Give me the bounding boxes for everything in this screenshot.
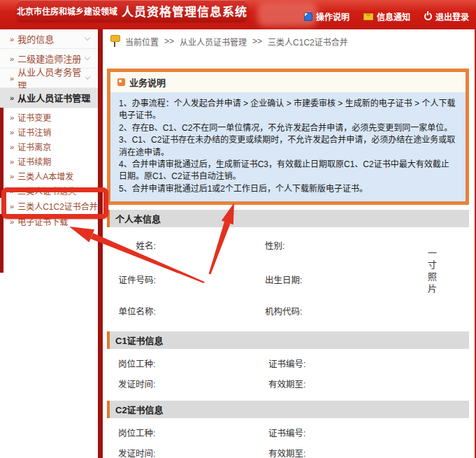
power-icon <box>424 13 432 20</box>
main-layout: » 我的信息 » 二级建造师注册 » 从业人员考务管理 » 从业人员证书管理 »… <box>0 29 476 458</box>
breadcrumb-level2-current: 三类人C1C2证书合并 <box>268 36 348 48</box>
guillemet-icon: » <box>10 217 14 226</box>
business-notice-title: 业务说明 <box>129 76 166 89</box>
app-title: 人员资格管理信息系统 <box>122 2 247 20</box>
personal-info-section-bar: 个人本信息 <box>107 210 469 227</box>
form-row: 岗位工种: 证书编号: <box>103 422 475 443</box>
guillemet-icon: » <box>10 202 14 210</box>
notice-line: 3、C1、C2证书存在未办结的变更或续期时，不允许发起合并申请，必须办结在途业务… <box>119 134 457 159</box>
c1-job-type-label: 岗位工种: <box>118 357 268 370</box>
breadcrumb-separator: >> <box>164 36 174 46</box>
c2-job-type-label: 岗位工种: <box>118 426 268 439</box>
header-links: 操作说明 信息通知 退出登录 <box>304 10 469 22</box>
c1-valid-until-label: 有效期至: <box>268 377 475 390</box>
sidebar-nav: » 我的信息 » 二级建造师注册 » 从业人员考务管理 » 从业人员证书管理 »… <box>0 29 103 458</box>
chevron-down-icon <box>85 74 90 80</box>
c2-section-title: C2证书信息 <box>115 405 164 415</box>
sidebar-item-my-info[interactable]: » 我的信息 <box>0 29 98 49</box>
notice-line: 4、合并申请审批通过后，生成新证书C3，有效截止日期取原C1、C2证书中最大有效… <box>119 159 457 183</box>
notice-line: 2、存在B、C1、C2不在同一单位情况，不允许发起合并申请，必须先变更到同一家单… <box>119 122 457 134</box>
sidebar-item-label: 三类人C1C2证书合并 <box>17 200 98 212</box>
logout-link[interactable]: 退出登录 <box>424 10 469 22</box>
breadcrumb-separator: >> <box>252 36 262 46</box>
signpost-icon <box>110 35 120 48</box>
notice-icon <box>117 78 125 86</box>
sidebar-item-label: 二级建造师注册 <box>17 52 81 65</box>
sidebar-item-label: 电子证书下载 <box>17 215 68 227</box>
guillemet-icon: » <box>10 172 14 180</box>
business-notice-body: 1、办事流程：个人发起合并申请 > 企业确认 > 市建委审核 > 生成新的电子证… <box>110 92 466 201</box>
c1-cert-number-label: 证书编号: <box>268 357 475 370</box>
sidebar-item-label: 我的信息 <box>17 32 54 45</box>
sidebar-item-cert-cancel[interactable]: » 证书注销 <box>0 124 98 139</box>
sidebar-item-ecert-download[interactable]: » 电子证书下载 <box>0 214 98 229</box>
breadcrumb-level1[interactable]: 从业人员证书管理 <box>180 36 247 48</box>
c2-cert-number-label: 证书编号: <box>268 426 475 439</box>
c2-issue-date-label: 发证时间: <box>118 446 268 458</box>
operation-guide-link[interactable]: 操作说明 <box>304 10 349 22</box>
chevron-down-icon <box>85 55 90 60</box>
sidebar-item-cert-renewal[interactable]: » 证书续期 <box>0 154 98 169</box>
sidebar-item-certificate-management[interactable]: » 从业人员证书管理 <box>0 88 98 108</box>
operation-guide-label: 操作说明 <box>316 10 349 22</box>
app-title-prefix: 北京市住房和城乡建设领域 <box>17 5 117 17</box>
breadcrumb: 当前位置 >> 从业人员证书管理 >> 三类人C1C2证书合并 <box>103 29 475 52</box>
sidebar-item-label: 从业人员考务管理 <box>17 65 82 92</box>
sidebar-item-label: 三类人A本增发 <box>17 170 73 182</box>
sidebar-item-type3-c1c2-merge[interactable]: » 三类人C1C2证书合并 <box>0 198 98 214</box>
app-header: 北京市住房和城乡建设领域 人员资格管理信息系统 操作说明 信息通知 退出登录 <box>0 0 476 29</box>
name-label: 姓名: <box>103 238 159 252</box>
business-notice-box: 业务说明 1、办事流程：个人发起合并申请 > 企业确认 > 市建委审核 > 生成… <box>107 69 469 205</box>
logout-label: 退出登录 <box>435 10 469 22</box>
sidebar-item-exam-management[interactable]: » 从业人员考务管理 <box>0 69 98 88</box>
sidebar-item-type3-cert-lost[interactable]: » 三类人证书遗失 <box>0 183 98 198</box>
guillemet-icon: » <box>10 128 14 136</box>
sidebar-item-label: 证书变更 <box>17 111 51 123</box>
id-number-label: 证件号码: <box>103 273 159 286</box>
form-row: 发证时间: 有效期至: <box>103 373 475 394</box>
mail-icon <box>363 13 373 20</box>
personal-info-title: 个人本信息 <box>115 214 161 224</box>
app-window: 北京市住房和城乡建设领域 人员资格管理信息系统 操作说明 信息通知 退出登录 » <box>0 0 476 458</box>
notifications-link[interactable]: 信息通知 <box>363 10 410 22</box>
manual-icon <box>304 13 312 21</box>
sidebar-item-label: 证书注销 <box>17 126 51 138</box>
form-row: 岗位工种: 证书编号: <box>103 353 475 373</box>
notice-line: 1、办事流程：个人发起合并申请 > 企业确认 > 市建委审核 > 生成新的电子证… <box>119 98 457 122</box>
notice-line: 5、合并申请审批通过后1或2个工作日后，个人下载新版电子证书。 <box>119 183 457 195</box>
sidebar-item-type3-a-issue[interactable]: » 三类人A本增发 <box>0 169 98 183</box>
guillemet-icon: » <box>10 113 14 122</box>
sidebar-item-label: 三类人证书遗失 <box>17 185 76 196</box>
org-code-label: 机构代码: <box>265 304 321 317</box>
photo-placeholder: 一寸照片 <box>425 248 438 296</box>
sidebar-item-label: 从业人员证书管理 <box>17 91 90 104</box>
form-row: 单位名称: 机构代码: <box>103 304 469 317</box>
c2-section-bar: C2证书信息 <box>107 401 469 418</box>
guillemet-icon: » <box>10 187 14 195</box>
content-panel: 当前位置 >> 从业人员证书管理 >> 三类人C1C2证书合并 业务说明 1、办… <box>103 29 476 458</box>
form-row: 证件号码: 出生日期: <box>103 273 469 286</box>
personal-info-form: 姓名: 性别: 证件号码: 出生日期: 单位名称: 机构代码: <box>103 238 475 327</box>
breadcrumb-prefix: 当前位置 <box>125 36 159 48</box>
gender-label: 性别: <box>265 238 321 252</box>
sidebar-item-cert-leave-beijing[interactable]: » 证书离京 <box>0 139 98 154</box>
company-name-label: 单位名称: <box>103 304 159 317</box>
guillemet-icon: » <box>10 35 14 43</box>
c1-section-title: C1证书信息 <box>115 336 164 346</box>
app-title-plate: 北京市住房和城乡建设领域 人员资格管理信息系统 <box>17 0 247 21</box>
guillemet-icon: » <box>10 143 14 151</box>
chevron-down-icon <box>85 35 90 41</box>
guillemet-icon: » <box>10 157 14 166</box>
sidebar-item-cert-change[interactable]: » 证书变更 <box>0 110 98 124</box>
birth-date-label: 出生日期: <box>265 273 321 286</box>
notifications-label: 信息通知 <box>377 10 410 22</box>
guillemet-icon: » <box>10 55 14 63</box>
guillemet-icon: » <box>10 94 14 102</box>
c1-section-bar: C1证书信息 <box>107 331 469 349</box>
form-row: 发证时间: 有效期至: <box>103 443 475 458</box>
c2-valid-until-label: 有效期至: <box>268 446 475 458</box>
form-row: 姓名: 性别: <box>103 238 469 252</box>
guillemet-icon: » <box>10 74 14 83</box>
business-notice-header: 业务说明 <box>110 72 466 92</box>
c1-issue-date-label: 发证时间: <box>118 377 268 390</box>
